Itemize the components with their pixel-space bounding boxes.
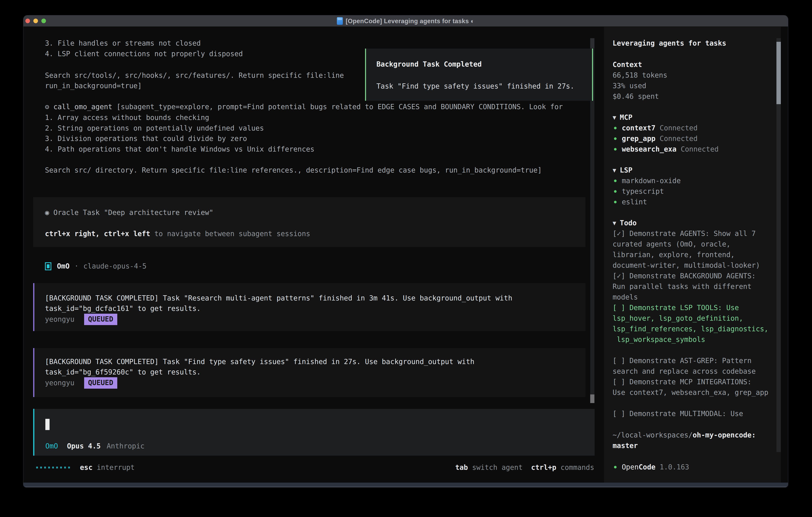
task-author: yeongyu <box>45 314 75 325</box>
todo-item-done: [✓] Demonstrate BACKGROUND AGENTS: Run p… <box>613 271 771 302</box>
todo-item-pending: [ ] Demonstrate MULTIMODAL: Use <box>613 408 771 419</box>
context-used: 33% used <box>613 81 773 91</box>
tool-call-item: 4. Path operations that don't handle Win… <box>45 144 315 155</box>
window-bottom-edge <box>23 483 788 487</box>
context-heading: Context <box>613 59 773 70</box>
tool-call-line: ⚙ call_omo_agent [subagent_type=explore,… <box>45 102 563 112</box>
agent-model: claude-opus-4-5 <box>83 261 146 272</box>
terminal-window: [OpenCode] Leveraging agents for tasks ◐… <box>23 16 788 487</box>
workspace-branch: master <box>613 440 773 451</box>
scrollback-line: 4. LSP client connections not properly d… <box>45 49 243 59</box>
text-cursor <box>46 419 50 430</box>
tool-call-item: 1. Array access without bounds checking <box>45 112 209 123</box>
status-left: esc interrupt <box>36 462 135 473</box>
window-title: [OpenCode] Leveraging agents for tasks ◐ <box>346 16 474 26</box>
ctrlp-key-hint: ctrl+p <box>531 462 556 473</box>
mcp-section-header[interactable]: ▼MCP <box>613 112 773 123</box>
status-badge: QUEUED <box>84 377 117 389</box>
task-line: [BACKGROUND TASK COMPLETED] Task "Find t… <box>45 356 474 367</box>
tool-args: [subagent_type=explore, prompt=Find pote… <box>112 103 563 111</box>
background-task-block: [BACKGROUND TASK COMPLETED] Task "Find t… <box>33 348 585 397</box>
oracle-task-title: Oracle Task "Deep architecture review" <box>53 209 213 217</box>
status-dot-icon <box>614 466 617 468</box>
status-dot-icon <box>614 127 617 129</box>
mcp-item: grep_appConnected <box>613 133 773 144</box>
hint-text: to navigate between subagent sessions <box>150 230 310 238</box>
input-agent-name: OmO <box>46 441 58 452</box>
todo-section-header[interactable]: ▼Todo <box>613 218 773 228</box>
status-dot-icon <box>614 190 617 193</box>
sidebar-right-gutter <box>781 27 788 483</box>
status-right: tab switch agent ctrl+p commands <box>455 462 594 473</box>
gear-icon: ⚙ <box>45 103 49 111</box>
lsp-section-header[interactable]: ▼LSP <box>613 165 773 175</box>
agent-name: OmO <box>57 261 69 272</box>
task-author: yeongyu <box>45 378 75 388</box>
terminal-content: 3. File handles or streams not closed 4.… <box>23 27 788 483</box>
agent-header: OmO · claude-opus-4-5 <box>45 261 146 272</box>
context-tokens: 66,518 tokens <box>613 70 773 81</box>
chevron-down-icon: ▼ <box>613 218 616 228</box>
chevron-down-icon: ▼ <box>613 165 616 175</box>
window-title-group: [OpenCode] Leveraging agents for tasks ◐ <box>23 16 788 27</box>
todo-item-pending: [ ] Demonstrate MCP INTEGRATIONS: Use co… <box>613 377 771 398</box>
input-meta: OmO Opus 4.5 Anthropic <box>46 441 144 452</box>
tab-key-hint: tab <box>455 462 468 473</box>
todo-item-pending: [ ] Demonstrate AST-GREP: Pattern search… <box>613 355 771 377</box>
omo-agent-icon <box>45 262 51 270</box>
todo-item-current: [ ] Demonstrate LSP TOOLS: Use lsp_hover… <box>613 302 771 345</box>
opencode-version: OpenCode 1.0.163 <box>613 462 773 472</box>
tool-call-item: 3. Division operations that could divide… <box>45 133 247 144</box>
context-spent: $0.46 spent <box>613 91 773 102</box>
mcp-item: websearch_exaConnected <box>613 144 773 155</box>
sidebar-scrollbar-thumb[interactable] <box>777 42 781 104</box>
lsp-item: markdown-oxide <box>613 175 773 186</box>
separator-dot: · <box>74 261 79 272</box>
esc-key-hint: esc <box>80 462 92 473</box>
sidebar-scrollbar[interactable] <box>777 38 781 452</box>
oracle-task-title-line: ◉ Oracle Task "Deep architecture review" <box>45 207 213 218</box>
notification-toast: Background Task Completed Task "Find typ… <box>365 49 593 101</box>
toast-title: Background Task Completed <box>376 59 482 70</box>
chat-pane: 3. File handles or streams not closed 4.… <box>23 27 604 483</box>
todo-item-done: [✓] Demonstrate AGENTS: Show all 7 curat… <box>613 228 771 271</box>
lsp-item: typescript <box>613 186 773 197</box>
ctrlp-key-label: commands <box>560 462 594 473</box>
background-task-block: [BACKGROUND TASK COMPLETED] Task "Resear… <box>33 283 585 331</box>
esc-key-label: interrupt <box>97 462 135 473</box>
scrollback-line: run_in_background=true] <box>45 81 142 91</box>
status-dot-icon <box>614 201 617 203</box>
main-scrollbar-thumb[interactable] <box>590 394 594 403</box>
main-scrollbar-top-segment <box>590 38 594 48</box>
tool-name: call_omo_agent <box>53 103 112 111</box>
mcp-item: context7Connected <box>613 123 773 133</box>
task-meta: yeongyu QUEUED <box>45 378 117 388</box>
document-icon <box>337 17 343 25</box>
oracle-task-hint: ctrl+x right, ctrl+x left to navigate be… <box>45 228 310 239</box>
prompt-input[interactable]: OmO Opus 4.5 Anthropic <box>33 409 594 456</box>
task-line: task_id="bg_dcfac161" to get results. <box>45 303 201 314</box>
bullseye-icon: ◉ <box>45 209 49 217</box>
hint-keys: ctrl+x right, ctrl+x left <box>45 230 150 238</box>
sidebar: Leveraging agents for tasks Context 66,5… <box>604 27 781 483</box>
input-model: Opus 4.5 <box>67 441 101 452</box>
sidebar-content: Leveraging agents for tasks Context 66,5… <box>613 38 773 472</box>
status-dot-icon <box>614 137 617 140</box>
scrollback-line: 3. File handles or streams not closed <box>45 38 201 49</box>
tool-call-item: 2. String operations on potentially unde… <box>45 123 264 134</box>
task-meta: yeongyu QUEUED <box>45 314 117 325</box>
scrollback-line: Search src/tools/, src/hooks/, src/featu… <box>45 70 344 81</box>
task-line: task_id="bg_6f59260c" to get results. <box>45 367 201 377</box>
tool-call-tail: Search src/ directory. Return specific f… <box>45 165 542 175</box>
status-dot-icon <box>614 148 617 151</box>
lsp-item: eslint <box>613 197 773 207</box>
tab-key-label: switch agent <box>472 462 523 473</box>
workspace-path: ~/local-workspaces/oh-my-opencode: <box>613 430 773 440</box>
session-title: Leveraging agents for tasks <box>613 38 773 49</box>
status-badge: QUEUED <box>84 314 117 325</box>
toast-body: Task "Find type safety issues" finished … <box>376 81 574 91</box>
status-dot-icon <box>614 180 617 182</box>
chevron-down-icon: ▼ <box>613 112 616 123</box>
title-bar[interactable]: [OpenCode] Leveraging agents for tasks ◐ <box>23 16 788 27</box>
input-provider: Anthropic <box>107 441 145 452</box>
